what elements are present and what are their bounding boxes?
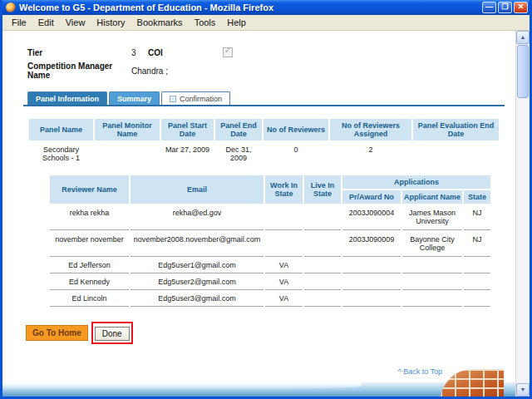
state-cell: NJ [464,232,490,257]
col-no-of-reviewers: No of Reviewers [264,119,328,140]
coi-checkbox[interactable] [223,47,233,57]
col-panel-name: Panel Name [29,119,93,140]
minimize-button[interactable]: — [482,2,496,13]
col-email: Email [131,175,264,204]
col-state: State [464,190,490,204]
competition-manager-value: Chandra ; [131,66,168,76]
menu-file[interactable]: File [6,16,32,29]
col-live-in-state: Live In State [304,175,341,204]
decorative-banner [2,382,515,397]
award-no-cell: 2003J090004 [342,205,401,230]
reviewer-table: Reviewer Name Email Work In State Live I… [48,174,492,308]
back-to-top-link[interactable]: ^ Back to Top [2,367,442,376]
award-no-cell: 2003J090009 [342,232,401,257]
browser-window: Welcome to G5 - Department of Education … [0,0,532,399]
col-applicant-name: Applicant Name [402,190,462,204]
action-button-row: Go To Home Done [26,322,515,344]
panel-summary-table: Panel Name Panel Monitor Name Panel Star… [27,117,500,167]
tab-strip: Panel Information Summary Confirmation [27,91,515,105]
col-no-of-reviewers-assigned: No of Reviewers Assigned [330,119,411,140]
applicant-name-cell: Bayonne City College [402,232,462,257]
tab-confirmation-label: Confirmation [180,95,222,103]
reviewer-email-cell: Edg5user1@gmail.com [131,259,264,273]
scroll-down-button[interactable]: ▼ [516,383,530,397]
col-panel-start-date: Panel Start Date [161,119,214,140]
reviewer-row: Ed Lincoln Edg5user3@gmail.com VA [50,292,490,307]
menu-view[interactable]: View [60,16,91,29]
eval-end-cell [413,142,499,165]
reviewer-name-cell: rekha rekha [50,205,129,230]
live-state-cell [304,232,341,257]
panel-row: Secondary Schools - 1 Mar 27, 2009 Dec 3… [29,142,499,165]
col-work-in-state: Work In State [265,175,303,204]
competition-manager-label: Competition Manager Name [27,62,131,80]
coi-label: COI [148,48,163,57]
tab-divider [23,105,505,106]
col-panel-eval-end-date: Panel Evaluation End Date [413,119,499,140]
reviewer-row: Ed Kennedy Edg5user2@gmail.com VA [50,275,490,290]
award-no-cell [342,292,401,307]
reviewer-row: Ed Jefferson Edg5user1@gmail.com VA [50,259,490,273]
close-button[interactable]: ✕ [514,2,528,13]
tab-summary[interactable]: Summary [109,91,160,105]
reviewers-assigned-cell: 2 [330,142,411,165]
titlebar[interactable]: Welcome to G5 - Department of Education … [2,0,530,15]
panel-name-cell: Secondary Schools - 1 [29,142,93,165]
reviewer-email-cell: november2008.november@gmail.com [131,232,264,257]
page-content: Tier 3 COI Competition Manager Name Chan… [2,31,515,397]
tier-label: Tier [27,48,131,57]
tab-panel-information[interactable]: Panel Information [27,91,107,105]
state-cell: NJ [464,205,490,230]
reviewer-email-cell: Edg5user3@gmail.com [131,292,264,307]
vertical-scrollbar[interactable]: ▲ ▼ [515,31,530,397]
reviewer-row: rekha rekha rekha@ed.gov 2003J090004 Jam… [50,205,490,230]
reviewer-email-cell: rekha@ed.gov [131,205,264,230]
maximize-button[interactable]: ❐ [498,2,512,13]
scroll-up-button[interactable]: ▲ [516,31,530,44]
menu-edit[interactable]: Edit [32,16,60,29]
confirmation-tab-icon [170,96,176,102]
award-no-cell [342,275,401,290]
menu-history[interactable]: History [91,16,131,29]
reviewer-row: november november november2008.november@… [50,232,490,257]
panel-start-cell: Mar 27, 2009 [161,142,214,165]
award-no-cell [342,259,401,273]
col-pr-award-no: Pr/Award No [342,190,401,204]
panel-monitor-cell [95,142,160,165]
done-annotation-highlight: Done [91,322,133,344]
tier-value: 3 [131,48,148,57]
work-state-cell: VA [265,259,303,273]
col-reviewer-name: Reviewer Name [50,175,129,204]
competition-manager-row: Competition Manager Name Chandra ; [27,62,515,80]
work-state-cell [265,205,303,230]
done-button[interactable]: Done [95,327,130,341]
scrollbar-track[interactable] [516,99,530,383]
live-state-cell [304,205,341,230]
menu-help[interactable]: Help [221,16,252,29]
live-state-cell [304,275,341,290]
col-panel-monitor-name: Panel Monitor Name [95,119,160,140]
state-cell [464,292,490,307]
reviewer-name-cell: Ed Jefferson [50,259,129,273]
applicant-name-cell: James Mason University [402,205,462,230]
live-state-cell [304,259,341,273]
window-title: Welcome to G5 - Department of Education … [19,2,482,12]
state-cell [464,275,490,290]
work-state-cell: VA [265,292,303,307]
col-applications-group: Applications [342,175,490,189]
applicant-name-cell [402,275,462,290]
menu-bookmarks[interactable]: Bookmarks [131,16,189,29]
applicant-name-cell [402,259,462,273]
reviewer-email-cell: Edg5user2@gmail.com [131,275,264,290]
reviewer-name-cell: november november [50,232,129,257]
brick-corner-image [441,369,504,397]
menu-tools[interactable]: Tools [189,16,222,29]
applicant-name-cell [402,292,462,307]
scrollbar-thumb[interactable] [517,45,529,98]
firefox-icon [6,2,16,12]
reviewers-count-cell: 0 [264,142,328,165]
work-state-cell [265,232,303,257]
tab-confirmation[interactable]: Confirmation [161,91,230,105]
col-panel-end-date: Panel End Date [215,119,262,140]
go-to-home-button[interactable]: Go To Home [26,325,88,341]
